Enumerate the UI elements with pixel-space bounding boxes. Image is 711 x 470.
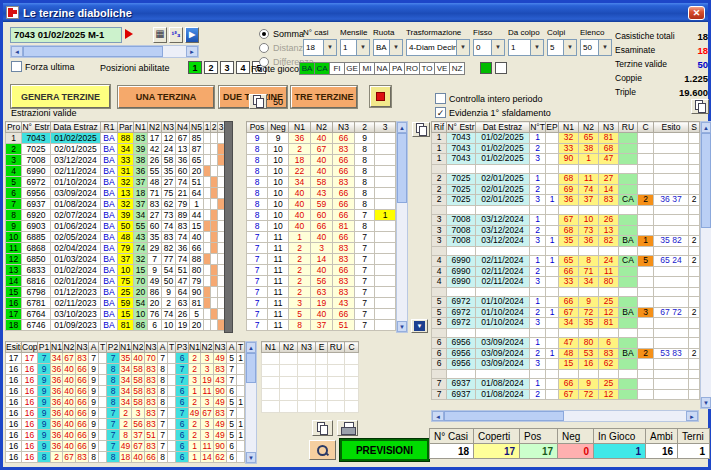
table-row[interactable]: 711140667 [247, 232, 396, 243]
table-row[interactable]: 711240667 [247, 265, 396, 276]
dropdown-da-colpo[interactable]: 1▼ [508, 39, 544, 56]
table-row[interactable]: 6695603/09/202421485383BA253 832 [432, 348, 700, 359]
table-row[interactable]: 2702502/01/20251681127 [432, 174, 700, 185]
chevron-down-icon[interactable]: ▼ [598, 40, 611, 55]
dropdown-n-casi[interactable]: 18▼ [303, 39, 337, 56]
wheel-toggle-ba[interactable]: BA [299, 62, 315, 75]
table-row[interactable]: 15679801/12/2023BA25208696490 [6, 287, 225, 298]
mid-table-scrollbar[interactable]: ▲ ▼ [396, 121, 408, 333]
chevron-down-icon[interactable]: ▼ [323, 40, 336, 55]
table-row[interactable]: 8101840668 [247, 155, 396, 166]
evidenzia-sfaldamento-checkbox[interactable]: ✓ Evidenzia 1° sfaldamento [435, 107, 551, 118]
forza-ultima-checkbox[interactable]: Forza ultima [11, 61, 75, 72]
chevron-down-icon[interactable]: ▼ [530, 40, 543, 55]
print-button[interactable] [337, 420, 358, 436]
scroll-left-icon[interactable]: ◄ [432, 411, 444, 421]
genera-terzine-button[interactable]: GENERA TERZINE [11, 85, 110, 108]
copy-mid-button[interactable] [412, 122, 430, 137]
table-row[interactable]: 1704301/02/2025390147 [432, 154, 700, 165]
chevron-down-icon[interactable]: ▼ [491, 40, 504, 55]
table-row[interactable] [432, 205, 700, 215]
table-row[interactable]: 16169364066972568376234951 [6, 419, 245, 430]
checkbox-box[interactable] [435, 93, 446, 104]
copy-left-button[interactable] [249, 94, 267, 109]
table-row[interactable]: 16168267838818406686114626 [6, 452, 245, 463]
wheel-toggle-mi[interactable]: MI [359, 62, 375, 75]
table-row[interactable]: 711214837 [247, 254, 396, 265]
copy-right-button[interactable] [691, 99, 709, 114]
table-row[interactable]: 6695603/09/2024BA131871752164 [6, 188, 225, 199]
wheel-toggle-ve[interactable]: VE [434, 62, 450, 75]
table-row[interactable]: 7693701/08/2024BA32378362791 [6, 199, 225, 210]
table-row[interactable]: 7693701/08/20242677212 [432, 389, 700, 400]
left-table-scrollbar[interactable] [224, 121, 233, 333]
table-row[interactable]: 1704301/02/2025BA888317126785 [6, 133, 225, 144]
grid-view-button[interactable]: ▦ [153, 27, 167, 43]
table-row[interactable]: 711319437 [247, 298, 396, 309]
table-row[interactable]: 6695603/09/2024147806 [432, 338, 700, 349]
dropdown-ruota[interactable]: BA▼ [373, 39, 403, 56]
checkbox-box[interactable]: ✓ [435, 107, 446, 118]
table-row[interactable]: 16169364066983458838723837 [6, 364, 245, 375]
wheel-all-indicator[interactable] [480, 62, 492, 74]
table-row[interactable]: 13683301/02/2024BA10159545180 [6, 265, 225, 276]
table-row[interactable]: 711263837 [247, 287, 396, 298]
table-row[interactable]: 16678102/11/2023BA59542026381 [6, 298, 225, 309]
copy-bottom-button[interactable] [312, 420, 333, 436]
table-row[interactable]: 2702502/01/202531363783CA236 372 [432, 195, 700, 206]
table-row[interactable]: 171773467837735407076234951 [6, 353, 245, 364]
scroll-left-icon[interactable]: ◄ [11, 46, 23, 57]
scroll-up-icon[interactable]: ▲ [701, 122, 711, 133]
wheel-toggle-nz[interactable]: NZ [449, 62, 465, 75]
table-row[interactable]: 8692002/07/2024BA393427738944 [6, 210, 225, 221]
numbering-button[interactable]: ¹²₃ [169, 27, 183, 43]
chevron-down-icon[interactable]: ▼ [563, 40, 576, 55]
table-row[interactable]: 711837517 [247, 320, 396, 331]
play-icon[interactable] [125, 29, 133, 39]
radio-circle[interactable] [259, 29, 269, 39]
scroll-track[interactable] [397, 203, 407, 321]
table-row[interactable]: 2702502/01/20252697414 [432, 184, 700, 195]
table-row[interactable]: 4699002/11/2024BA313655356020 [6, 166, 225, 177]
table-row[interactable]: 81040606671 [247, 210, 396, 221]
right-table-hscrollbar[interactable]: ◄ ► [431, 410, 699, 422]
scroll-up-icon[interactable]: ▲ [246, 342, 256, 353]
table-row[interactable]: 8103458838 [247, 177, 396, 188]
table-row[interactable] [432, 164, 700, 174]
table-row[interactable]: 9690301/06/2024BA505560748315 [6, 221, 225, 232]
right-table-scrollbar[interactable]: ▲ ▼ [700, 121, 711, 409]
scroll-down-icon[interactable]: ▼ [701, 397, 711, 408]
table-row[interactable]: 4699002/11/20243333480 [432, 277, 700, 288]
position-toggle-3[interactable]: 3 [220, 61, 234, 74]
scroll-right-icon[interactable]: ► [186, 46, 198, 57]
table-row[interactable]: 2702502/01/2025BA343942241387 [6, 144, 225, 155]
table-row[interactable] [432, 369, 700, 379]
dropdown-trasformazione[interactable]: 4-Diam Decina▼ [406, 39, 470, 56]
table-row[interactable]: 8102240668 [247, 166, 396, 177]
table-row[interactable]: 8104059668 [247, 199, 396, 210]
table-row[interactable]: 3700803/12/20242687313 [432, 225, 700, 236]
table-row[interactable]: 161693640669749678376111906 [6, 441, 245, 452]
extraction-scrollbar[interactable]: ◄ ► [10, 45, 199, 58]
table-row[interactable]: 10688502/05/2024BA484335837440 [6, 232, 225, 243]
radio-circle[interactable] [259, 43, 269, 53]
previsioni-button[interactable]: PREVISIONI [340, 439, 429, 461]
scroll-thumb[interactable] [444, 411, 564, 421]
table-row[interactable]: 161693640669834588386111906 [6, 386, 245, 397]
scroll-track[interactable] [701, 228, 711, 397]
scroll-thumb[interactable] [246, 353, 256, 383]
scroll-up-icon[interactable]: ▲ [397, 122, 407, 133]
table-row[interactable]: 5697201/10/202421677212BA367 722 [432, 307, 700, 318]
chevron-down-icon[interactable]: ▼ [356, 40, 369, 55]
wheel-toggle-ro[interactable]: RO [404, 62, 420, 75]
table-row[interactable]: 14681602/01/2024BA757049504779 [6, 276, 225, 287]
wheel-extra-checkbox[interactable] [495, 62, 507, 74]
scroll-down-icon[interactable]: ▼ [397, 321, 407, 332]
wheel-toggle-fi[interactable]: FI [329, 62, 345, 75]
table-row[interactable]: 5697201/10/2024BA323748277451 [6, 177, 225, 188]
title-bar[interactable]: Le terzine diaboliche ✕ [3, 3, 708, 22]
wheel-toggle-pa[interactable]: PA [389, 62, 405, 75]
scroll-right-icon[interactable]: ► [686, 411, 698, 421]
table-row[interactable]: 5697201/10/20243343581 [432, 318, 700, 329]
table-row[interactable] [432, 246, 700, 256]
